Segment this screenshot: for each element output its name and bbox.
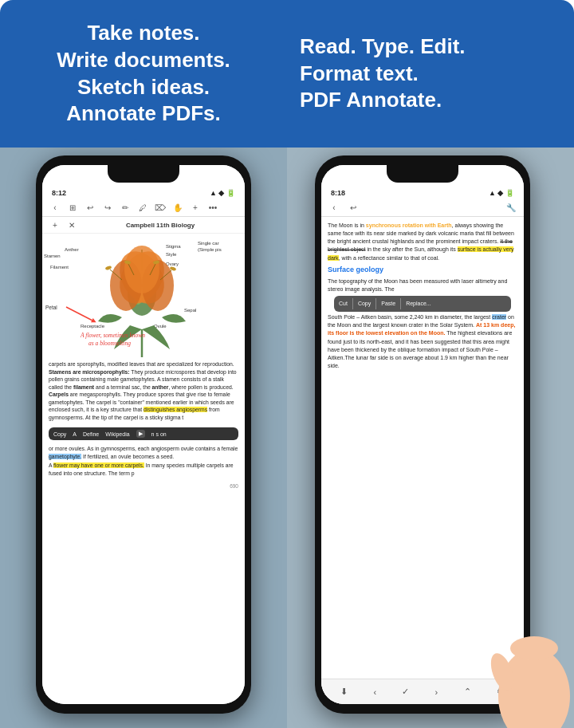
left-icons: ▲ ◆ 🔋 xyxy=(210,189,235,197)
right-back-icon[interactable]: ‹ xyxy=(328,201,340,214)
svg-text:Style: Style xyxy=(166,252,177,257)
marker-icon[interactable]: 🖊 xyxy=(136,201,149,214)
surface-geology-heading: Surface geology xyxy=(328,265,517,275)
redo-icon[interactable]: ↪ xyxy=(101,201,114,214)
pencil-icon[interactable]: ✏ xyxy=(119,201,132,214)
eraser-icon[interactable]: ⌦ xyxy=(154,201,167,214)
right-time: 8:18 xyxy=(331,189,345,197)
left-phone-screen: 8:12 ▲ ◆ 🔋 ‹ ⊞ ↩ ↪ ✏ 🖊 ⌦ ✋ + ••• xyxy=(42,165,245,704)
undo-icon[interactable]: ↩ xyxy=(84,201,96,214)
svg-text:Receptacle: Receptacle xyxy=(81,324,105,329)
format-option[interactable]: A xyxy=(73,431,77,437)
flower-diagram: Stamen Anther Filament Stigma Style Ovar… xyxy=(42,234,245,357)
right-wrench-icon[interactable]: 🔧 xyxy=(505,201,517,214)
paste-option[interactable]: Paste xyxy=(376,298,401,309)
wikipedia-option[interactable]: Wikipedia xyxy=(105,431,129,437)
right-icons: ▲ ◆ 🔋 xyxy=(489,189,514,197)
svg-text:Stamen: Stamen xyxy=(44,254,61,258)
svg-text:Single car: Single car xyxy=(198,241,219,246)
svg-point-39 xyxy=(510,636,558,660)
left-time: 8:12 xyxy=(52,189,66,197)
top-left-banner: Take notes. Write documents. Sketch idea… xyxy=(0,0,287,148)
hand-icon[interactable]: ✋ xyxy=(171,201,184,214)
close-icon[interactable]: ✕ xyxy=(65,218,78,231)
play-option[interactable]: ▶ xyxy=(136,430,145,438)
top-right-heading: Read. Type. Edit. Format text. PDF Annot… xyxy=(300,33,466,114)
svg-text:Filament: Filament xyxy=(50,265,69,270)
svg-text:Petal: Petal xyxy=(45,305,57,310)
left-toolbar[interactable]: ‹ ⊞ ↩ ↪ ✏ 🖊 ⌦ ✋ + ••• xyxy=(42,199,245,217)
right-phone-container: 8:18 ▲ ◆ 🔋 ‹ ↩ 🔧 The Moon is in synchron… xyxy=(287,148,574,728)
second-toolbar[interactable]: + ✕ Campbell 11th Biology xyxy=(42,217,245,234)
replace-option[interactable]: Replace... xyxy=(401,298,436,309)
hand-illustration xyxy=(486,584,574,728)
doc-title: Campbell 11th Biology xyxy=(82,222,238,229)
more-icon[interactable]: ••• xyxy=(206,201,219,214)
left-phone: 8:12 ▲ ◆ 🔋 ‹ ⊞ ↩ ↪ ✏ 🖊 ⌦ ✋ + ••• xyxy=(36,155,251,714)
up-icon[interactable]: ⌃ xyxy=(464,687,471,697)
left-text-bottom: or more ovules. As in gymnosperms, each … xyxy=(42,442,245,482)
context-menu-right[interactable]: Cut Copy Paste Replace... xyxy=(334,296,511,312)
svg-text:A flower, sometimes known: A flower, sometimes known xyxy=(80,332,145,339)
phone-notch-right xyxy=(387,165,458,183)
back-icon[interactable]: ‹ xyxy=(49,201,61,214)
nav-right-icon[interactable]: › xyxy=(435,687,438,697)
copy-option[interactable]: Copy xyxy=(53,431,66,437)
define-option[interactable]: Define xyxy=(83,431,99,437)
nav-left-icon[interactable]: ‹ xyxy=(373,687,376,697)
add-icon[interactable]: + xyxy=(49,218,61,231)
plus-icon[interactable]: + xyxy=(189,201,202,214)
page-number: 690 xyxy=(42,482,245,490)
top-right-banner: Read. Type. Edit. Format text. PDF Annot… xyxy=(287,0,574,148)
right-text-content: The Moon is in synchronous rotation with… xyxy=(321,217,524,374)
svg-text:Stigma: Stigma xyxy=(166,244,181,249)
right-undo-icon[interactable]: ↩ xyxy=(347,201,360,214)
right-toolbar[interactable]: ‹ ↩ 🔧 xyxy=(321,199,524,217)
left-phone-container: 8:12 ▲ ◆ 🔋 ‹ ⊞ ↩ ↪ ✏ 🖊 ⌦ ✋ + ••• xyxy=(0,148,287,728)
check-icon[interactable]: ✓ xyxy=(402,687,409,697)
cut-option[interactable]: Cut xyxy=(334,298,353,309)
copy-option-right[interactable]: Copy xyxy=(353,298,376,309)
grid-icon[interactable]: ⊞ xyxy=(66,201,79,214)
svg-text:(Simple pis: (Simple pis xyxy=(198,247,222,252)
svg-text:Sepal: Sepal xyxy=(184,308,196,313)
more-options[interactable]: n s on xyxy=(151,431,167,437)
svg-text:as a bloomselting: as a bloomselting xyxy=(88,340,131,347)
context-menu-left[interactable]: Copy A Define Wikipedia ▶ n s on xyxy=(49,427,238,440)
left-text-content: carpels are sporophylls, modified leaves… xyxy=(42,357,245,426)
top-left-heading: Take notes. Write documents. Sketch idea… xyxy=(57,20,230,128)
phone-notch-left xyxy=(108,165,179,183)
svg-point-25 xyxy=(124,246,159,293)
svg-text:Anther: Anther xyxy=(65,247,79,252)
download-icon[interactable]: ⬇ xyxy=(340,687,348,697)
